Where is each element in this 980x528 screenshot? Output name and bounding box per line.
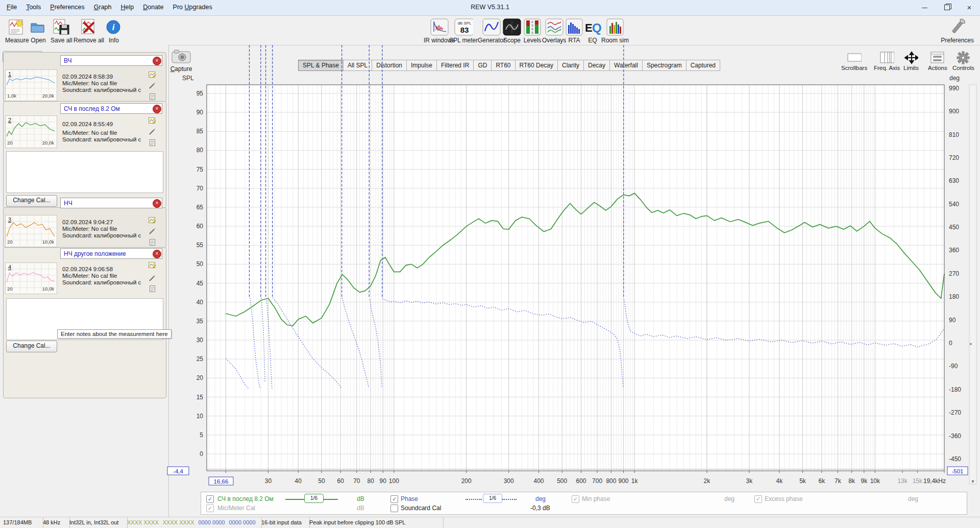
trace-checkbox[interactable]: ✓ <box>206 495 214 503</box>
svg-text:5k: 5k <box>799 477 806 485</box>
remove-all-button[interactable]: Remove all <box>74 18 104 44</box>
measurement-title-input[interactable]: НЧ другое положение <box>60 248 162 259</box>
mini-notes-icon[interactable] <box>149 238 157 247</box>
mini-notes-icon[interactable] <box>149 93 157 101</box>
measurement-thumbnail[interactable]: 2 20 20,0k <box>5 115 57 148</box>
toolbar-button-label: Levels <box>523 37 542 44</box>
mini-notes-icon[interactable] <box>149 285 157 293</box>
room-sim-button[interactable]: Room sim <box>601 18 629 44</box>
svg-text:0: 0 <box>949 340 952 347</box>
measurement-title-input[interactable]: НЧ <box>60 198 162 208</box>
svg-text:40: 40 <box>197 299 204 306</box>
toolbar-button-label: Open <box>29 37 48 44</box>
excess-phase-checkbox[interactable]: ✓ <box>754 495 762 503</box>
phase-checkbox[interactable]: ✓ <box>390 495 398 503</box>
mini-chart-icon[interactable] <box>149 261 157 269</box>
mini-notes-icon[interactable] <box>149 139 157 147</box>
measurement-notes-input[interactable] <box>6 151 163 193</box>
maximize-button[interactable] <box>936 0 958 15</box>
measurement-thumbnail[interactable]: 1 1,0k 20,0k <box>5 69 57 101</box>
change-cal-button[interactable]: Change Cal... <box>6 195 57 207</box>
measurement-thumbnail[interactable]: 4 20 10,0k <box>5 262 57 294</box>
levels-button[interactable]: 0369Levels <box>523 18 542 44</box>
generator-icon <box>482 18 501 36</box>
svg-text:200: 200 <box>461 477 472 485</box>
trace-smoothing-badge[interactable]: 1/6 <box>304 494 324 503</box>
phase-axis-scrollbar[interactable] <box>969 85 976 484</box>
measurement-date: 02.09.2024 9:04:27 <box>62 219 152 225</box>
mini-pencil-icon[interactable] <box>149 227 157 235</box>
delete-measurement-button[interactable]: × <box>153 105 161 113</box>
info-button[interactable]: iInfo <box>104 18 124 44</box>
main-toolbar: Preferences MeasureOpenSave allRemove al… <box>0 16 980 45</box>
spl-phase-chart[interactable]: 9590858075706560555045403530252015105099… <box>166 45 980 517</box>
mini-chart-icon[interactable] <box>149 216 157 224</box>
svg-text:8k: 8k <box>848 477 855 485</box>
measurement-soundcard: Soundcard: калибровочный с <box>62 279 152 285</box>
phase-label: Phase <box>401 495 418 502</box>
mini-chart-icon[interactable] <box>149 116 157 125</box>
svg-text:-360: -360 <box>949 433 961 440</box>
svg-text:100: 100 <box>389 477 399 485</box>
mini-pencil-icon[interactable] <box>149 82 157 90</box>
status-hex-group: 0000 0000 <box>229 519 256 525</box>
measurement-title-input[interactable]: СЧ в послед 8.2 Ом <box>60 103 162 114</box>
close-button[interactable]: × <box>959 0 980 15</box>
svg-text:20,0k: 20,0k <box>42 140 54 146</box>
svg-text:60: 60 <box>337 477 345 485</box>
svg-text:10,0k: 10,0k <box>42 239 54 245</box>
toolbar-button-label: Info <box>104 37 124 44</box>
delete-measurement-button[interactable]: × <box>153 250 161 258</box>
mic-cal-checkbox[interactable]: ✓ <box>206 505 214 512</box>
status-segment-5: Peak input before clipping 100 dB SPL <box>306 517 444 528</box>
open-button[interactable]: Open <box>29 18 48 44</box>
measurement-mic: Mic/Meter: No cal file <box>62 273 152 279</box>
mini-pencil-icon[interactable] <box>149 128 157 136</box>
delete-measurement-button[interactable]: × <box>153 57 161 65</box>
minimize-button[interactable] <box>914 0 935 15</box>
trace-unit: dB <box>357 495 364 502</box>
toolbar-button-label: Overlays <box>542 37 566 44</box>
delete-measurement-button[interactable]: × <box>153 199 161 208</box>
toolbar-button-label: RTA <box>565 37 584 44</box>
mic-cal-label: Mic/Meter Cal <box>217 505 255 512</box>
overlays-button[interactable]: Overlays <box>542 18 566 44</box>
svg-text:1,0k: 1,0k <box>7 93 16 99</box>
measurement-thumbnail[interactable]: 3 20 10,0k <box>5 215 57 247</box>
svg-text:E: E <box>585 21 593 34</box>
measure-button[interactable]: Measure <box>5 18 29 44</box>
svg-text:60: 60 <box>197 223 204 230</box>
wrench-icon <box>948 18 967 36</box>
svg-text:20,0k: 20,0k <box>42 93 54 99</box>
spl-meter-button[interactable]: dB SPL83SPL meter <box>449 18 478 44</box>
mini-pencil-icon[interactable] <box>149 274 157 282</box>
svg-text:630: 630 <box>949 177 959 184</box>
svg-text:45: 45 <box>197 280 204 287</box>
min-phase-checkbox[interactable]: ✓ <box>572 495 579 503</box>
status-hex-group: 0000 0000 <box>199 519 225 525</box>
generator-button[interactable]: Generator <box>478 18 505 44</box>
svg-text:990: 990 <box>949 85 959 92</box>
rta-button[interactable]: RTA <box>565 18 584 44</box>
eq-button[interactable]: EQEQ <box>583 18 602 44</box>
svg-text:-90: -90 <box>949 363 958 370</box>
svg-text:20: 20 <box>7 239 13 245</box>
save-all-button[interactable]: Save all <box>51 18 72 44</box>
svg-text:40: 40 <box>295 477 302 485</box>
toolbar-button-label: Measure <box>5 37 29 44</box>
rta-icon <box>565 18 584 36</box>
scope-button[interactable]: Scope <box>502 18 522 44</box>
phase-smoothing-badge[interactable]: 1/6 <box>483 494 502 503</box>
measurement-title-input[interactable]: ВЧ <box>60 55 162 66</box>
svg-text:600: 600 <box>576 477 586 485</box>
svg-text:19,4kHz: 19,4kHz <box>923 477 946 485</box>
preferences-button[interactable]: Preferences <box>941 18 974 44</box>
svg-text:15: 15 <box>197 394 204 401</box>
change-cal-button[interactable]: Change Cal... <box>6 341 57 352</box>
svg-text:-450: -450 <box>949 455 961 463</box>
toolbar-button-label: EQ <box>583 37 602 44</box>
mini-chart-icon[interactable] <box>149 70 157 79</box>
svg-text:25: 25 <box>197 355 204 363</box>
soundcard-cal-checkbox[interactable] <box>390 505 398 512</box>
ir-windows-icon <box>430 18 449 36</box>
